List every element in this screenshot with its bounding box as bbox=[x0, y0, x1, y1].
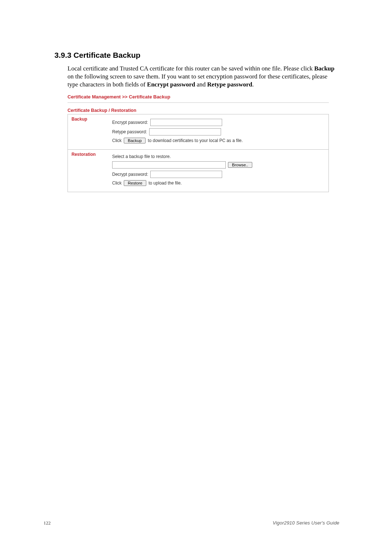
intro-text-1: Local certificate and Trusted CA certifi… bbox=[68, 65, 314, 72]
decrypt-password-label: Decrypt password: bbox=[112, 172, 148, 177]
page-footer: 122 Vigor2910 Series User's Guide bbox=[0, 520, 392, 526]
backup-click-suffix: to download certificates to your local P… bbox=[148, 138, 242, 143]
restore-click-suffix: to upload the file. bbox=[148, 181, 181, 186]
backup-click-prefix: Click bbox=[112, 138, 122, 143]
restore-select-text: Select a backup file to restore. bbox=[112, 154, 171, 159]
page-number: 122 bbox=[44, 520, 51, 526]
decrypt-password-input[interactable] bbox=[150, 171, 222, 178]
restore-file-input[interactable] bbox=[112, 161, 226, 169]
encrypt-password-label: Encrypt password: bbox=[112, 120, 148, 125]
restoration-section-label: Restoration bbox=[68, 150, 109, 192]
restore-click-prefix: Click bbox=[112, 181, 122, 186]
section-heading: 3.9.3 Certificate Backup bbox=[54, 51, 339, 60]
backup-section-label: Backup bbox=[68, 114, 109, 150]
intro-paragraph: Local certificate and Trusted CA certifi… bbox=[68, 65, 339, 88]
encrypt-password-input[interactable] bbox=[150, 119, 222, 126]
backup-button[interactable]: Backup bbox=[124, 138, 146, 143]
intro-bold-retype: Retype password bbox=[207, 81, 252, 88]
browse-button[interactable]: Browse.. bbox=[228, 162, 252, 168]
divider bbox=[68, 102, 329, 103]
panel-subheading: Certificate Backup / Restoration bbox=[68, 108, 329, 113]
intro-bold-encrypt: Encrypt password bbox=[147, 81, 195, 88]
retype-password-label: Retype password: bbox=[112, 129, 147, 134]
backup-restoration-table: Backup Encrypt password: Retype password… bbox=[68, 114, 329, 192]
intro-text-3: and bbox=[195, 81, 207, 88]
book-title: Vigor2910 Series User's Guide bbox=[273, 520, 339, 526]
intro-text-4: . bbox=[252, 81, 254, 88]
restore-button[interactable]: Restore bbox=[124, 180, 146, 186]
retype-password-input[interactable] bbox=[149, 128, 221, 135]
breadcrumb: Certificate Management >> Certificate Ba… bbox=[68, 93, 329, 102]
intro-bold-backup: Backup bbox=[314, 65, 335, 72]
